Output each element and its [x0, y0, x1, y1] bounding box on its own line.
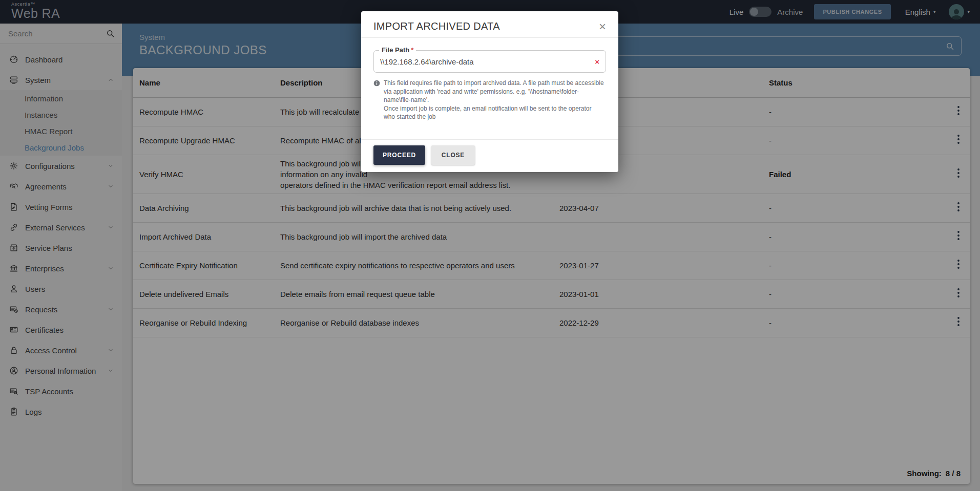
close-button[interactable]: CLOSE: [431, 145, 475, 165]
close-icon[interactable]: ×: [599, 22, 606, 32]
helper-text: This field requires file path to import …: [384, 79, 604, 121]
import-archived-data-modal: IMPORT ARCHIVED DATA × File Path* × This…: [361, 11, 618, 172]
modal-footer: PROCEED CLOSE: [361, 139, 618, 172]
modal-header: IMPORT ARCHIVED DATA ×: [361, 11, 618, 38]
proceed-button[interactable]: PROCEED: [373, 145, 425, 165]
field-helper: This field requires file path to import …: [373, 79, 606, 121]
file-path-field: File Path* ×: [373, 50, 606, 73]
modal-title: IMPORT ARCHIVED DATA: [373, 20, 500, 32]
info-icon: [373, 80, 380, 87]
modal-body: File Path* × This field requires file pa…: [361, 38, 618, 139]
clear-field-icon[interactable]: ×: [595, 58, 599, 66]
file-path-input[interactable]: [374, 51, 606, 72]
